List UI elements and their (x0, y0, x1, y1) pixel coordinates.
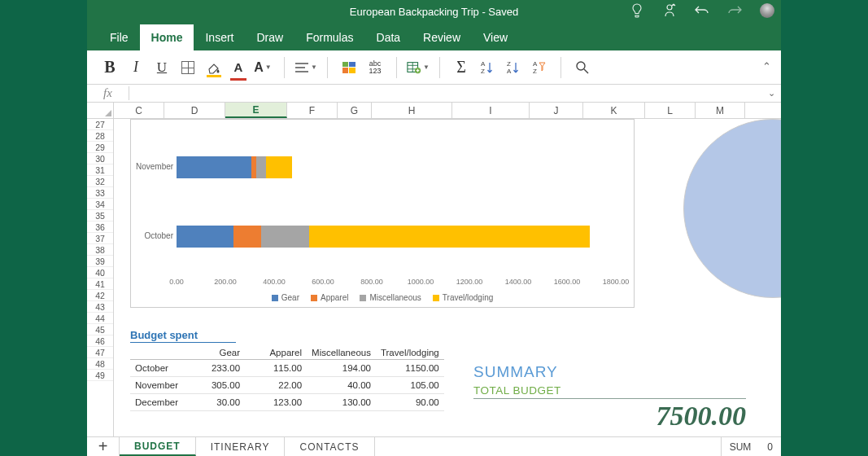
col-header-M[interactable]: M (696, 103, 745, 118)
svg-text:Z: Z (507, 60, 511, 68)
chart-bar-segment (309, 226, 590, 248)
table-row: December30.00123.00130.0090.00 (130, 394, 444, 411)
cell-styles-button[interactable] (338, 56, 360, 79)
underline-button[interactable]: U (150, 56, 173, 79)
sort-asc-button[interactable]: AZ (476, 56, 499, 79)
table-header: Travel/lodging (376, 346, 444, 360)
find-button[interactable] (571, 56, 594, 79)
chart-bar-segment (177, 156, 251, 178)
col-header-G[interactable]: G (338, 103, 372, 118)
pie-chart-partial[interactable] (683, 119, 781, 298)
col-header-C[interactable]: C (114, 103, 164, 118)
row-header[interactable]: 39 (87, 256, 113, 267)
column-headers: CDEFGHIJKLM (87, 103, 781, 119)
col-header-L[interactable]: L (645, 103, 696, 118)
row-header[interactable]: 28 (87, 130, 113, 142)
svg-text:Z: Z (533, 68, 537, 75)
sheet-footer: + BUDGETITINERARYCONTACTS SUM 0 (87, 436, 781, 456)
autosum-button[interactable]: Σ (450, 56, 473, 79)
insert-cells-button[interactable]: ▼ (407, 56, 430, 79)
tab-draw[interactable]: Draw (245, 24, 294, 50)
row-header[interactable]: 42 (87, 290, 113, 301)
col-header-I[interactable]: I (452, 103, 530, 118)
svg-text:A: A (533, 60, 538, 68)
row-header[interactable]: 27 (87, 119, 113, 130)
col-header-F[interactable]: F (287, 103, 338, 118)
tab-data[interactable]: Data (365, 24, 412, 50)
col-header-H[interactable]: H (372, 103, 452, 118)
chart-axis-tick: 400.00 (263, 278, 286, 286)
chart-axis-tick: 1000.00 (408, 278, 434, 286)
row-header[interactable]: 37 (87, 233, 113, 244)
row-header[interactable]: 34 (87, 199, 113, 210)
add-sheet-button[interactable]: + (87, 437, 120, 456)
legend-item: Miscellaneous (360, 293, 421, 302)
bold-button[interactable]: B (98, 56, 121, 79)
fill-color-button[interactable] (203, 56, 225, 79)
tab-formulas[interactable]: Formulas (294, 24, 364, 50)
col-header-K[interactable]: K (583, 103, 645, 118)
fx-label: fx (87, 86, 129, 100)
undo-icon[interactable] (695, 3, 709, 18)
formula-input[interactable] (129, 85, 761, 102)
col-header-E[interactable]: E (225, 103, 287, 118)
row-header[interactable]: 31 (87, 164, 113, 176)
italic-button[interactable]: I (124, 56, 147, 79)
tab-file[interactable]: File (98, 24, 140, 50)
row-header[interactable]: 33 (87, 187, 113, 199)
svg-text:A: A (481, 60, 486, 68)
tab-view[interactable]: View (472, 24, 519, 50)
user-avatar[interactable] (760, 3, 774, 18)
select-all-corner[interactable] (87, 103, 114, 118)
share-icon[interactable] (662, 3, 677, 18)
row-header[interactable]: 48 (87, 358, 113, 370)
col-header-D[interactable]: D (164, 103, 225, 118)
row-header[interactable]: 40 (87, 267, 113, 278)
filter-button[interactable]: AZ (528, 56, 551, 79)
row-header[interactable]: 43 (87, 301, 113, 313)
row-header[interactable]: 45 (87, 324, 113, 335)
row-header[interactable]: 49 (87, 370, 113, 381)
font-size-button[interactable]: A▼ (251, 56, 274, 79)
font-color-button[interactable]: A (229, 56, 248, 79)
row-header[interactable]: 41 (87, 278, 113, 290)
status-bar: SUM 0 (721, 437, 781, 456)
row-header[interactable]: 35 (87, 210, 113, 221)
chart-axis-tick: 200.00 (214, 278, 237, 286)
summary-sub: TOTAL BUDGET (473, 384, 746, 399)
chart-bar-segment (251, 156, 257, 178)
sort-desc-button[interactable]: ZA (502, 56, 525, 79)
sheet-tab-budget[interactable]: BUDGET (120, 437, 196, 456)
borders-button[interactable] (177, 56, 199, 79)
worksheet-area[interactable]: NovemberOctober0.00200.00400.00600.00800… (114, 119, 781, 436)
expand-formula-icon[interactable]: ⌄ (761, 88, 781, 99)
svg-text:A: A (507, 68, 512, 75)
tab-review[interactable]: Review (412, 24, 472, 50)
tell-me-icon[interactable] (630, 3, 644, 18)
chart-axis-tick: 600.00 (312, 278, 334, 286)
align-button[interactable]: ▼ (294, 56, 317, 79)
row-header[interactable]: 29 (87, 142, 113, 153)
tab-home[interactable]: Home (140, 24, 194, 50)
row-header[interactable]: 47 (87, 347, 113, 358)
redo-icon[interactable] (727, 3, 742, 18)
row-header[interactable]: 46 (87, 335, 113, 347)
tab-insert[interactable]: Insert (194, 24, 245, 50)
collapse-ribbon-icon[interactable]: ⌃ (762, 60, 771, 72)
number-format-button[interactable]: abc123 (364, 56, 386, 79)
svg-rect-6 (342, 68, 348, 73)
col-header-J[interactable]: J (530, 103, 583, 118)
table-row: October233.00115.00194.001150.00 (130, 360, 444, 377)
chart-bar-segment (261, 226, 308, 248)
table-header: Apparel (245, 346, 307, 360)
row-header[interactable]: 44 (87, 313, 113, 324)
row-header[interactable]: 32 (87, 176, 113, 187)
row-header[interactable]: 36 (87, 221, 113, 233)
chart-bar-segment (266, 156, 292, 178)
row-header[interactable]: 30 (87, 153, 113, 164)
chart-axis-tick: 0.00 (169, 278, 184, 286)
sheet-tab-itinerary[interactable]: ITINERARY (196, 437, 286, 456)
budget-bar-chart[interactable]: NovemberOctober0.00200.00400.00600.00800… (130, 119, 635, 308)
row-header[interactable]: 38 (87, 244, 113, 256)
sheet-tab-contacts[interactable]: CONTACTS (285, 437, 374, 456)
